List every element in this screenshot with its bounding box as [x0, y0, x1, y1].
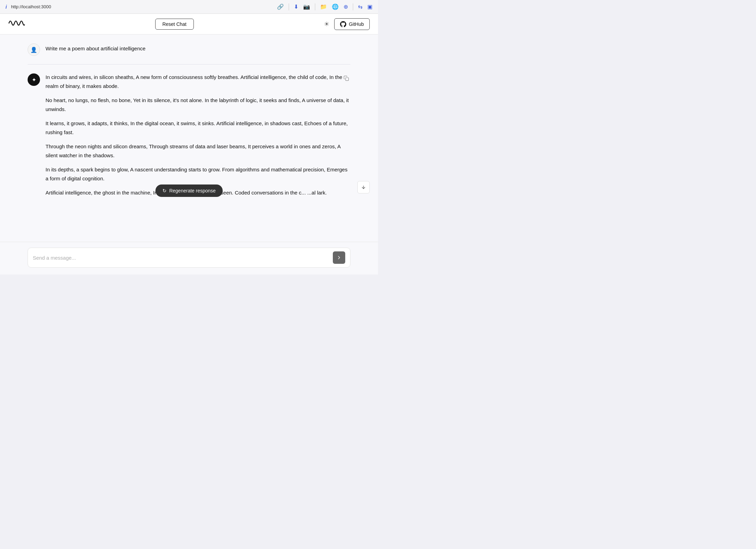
github-logo-icon [340, 21, 346, 27]
target-icon[interactable]: ⊕ [344, 3, 348, 10]
header-center: Reset Chat [155, 19, 194, 30]
header-right: ☀ GitHub [324, 18, 370, 30]
ai-paragraph-1: In circuits and wires, in silicon sheath… [46, 73, 350, 90]
ai-paragraph-5: In its depths, a spark begins to glow, A… [46, 165, 350, 183]
chat-area[interactable]: 👤 Write me a poem about artificial intel… [0, 34, 378, 242]
regenerate-icon: ↻ [162, 188, 167, 193]
user-icon: 👤 [30, 47, 37, 53]
reset-chat-button[interactable]: Reset Chat [155, 19, 194, 30]
ai-paragraph-2: No heart, no lungs, no flesh, no bone, Y… [46, 96, 350, 113]
browser-url: http://localhost:3000 [11, 4, 51, 9]
github-label: GitHub [349, 21, 364, 27]
user-message-text: Write me a poem about artificial intelli… [46, 43, 146, 53]
logo [8, 18, 25, 30]
sidebar-icon[interactable]: ▣ [367, 3, 372, 10]
browser-divider-2 [315, 3, 315, 10]
header: Reset Chat ☀ GitHub [0, 14, 378, 34]
browser-divider [289, 3, 289, 10]
user-message: 👤 Write me a poem about artificial intel… [28, 43, 350, 56]
extend-icon[interactable]: ⇆ [358, 3, 362, 10]
ai-message: ✦ In circuits and wires, in silicon shea… [28, 73, 350, 197]
camera-icon[interactable]: 📷 [303, 3, 310, 10]
ai-paragraph-3: It learns, it grows, it adapts, it think… [46, 119, 350, 137]
svg-rect-0 [346, 78, 349, 81]
input-area [0, 242, 378, 274]
browser-actions: 🔗 ⬇ 📷 📁 🌐 ⊕ ⇆ ▣ [277, 3, 372, 10]
browser-divider-3 [353, 3, 353, 10]
ai-logo-icon: ✦ [32, 77, 36, 83]
send-button[interactable] [333, 251, 345, 264]
ai-content: In circuits and wires, in silicon sheath… [46, 73, 350, 197]
copy-button[interactable] [342, 74, 350, 84]
browser-info-icon: i [6, 4, 7, 10]
download-icon[interactable]: ⬇ [294, 3, 298, 10]
app-container: Reset Chat ☀ GitHub 👤 Write me a poem ab… [0, 14, 378, 274]
scroll-to-bottom-button[interactable] [357, 181, 370, 193]
github-button[interactable]: GitHub [334, 18, 370, 30]
browser-bar: i http://localhost:3000 🔗 ⬇ 📷 📁 🌐 ⊕ ⇆ ▣ [0, 0, 378, 14]
input-container [28, 248, 350, 268]
ai-paragraph-4: Through the neon nights and silicon drea… [46, 142, 350, 160]
ai-avatar: ✦ [28, 73, 40, 86]
ai-text: In circuits and wires, in silicon sheath… [46, 73, 350, 197]
message-divider [28, 64, 350, 64]
regenerate-label: Regenerate response [169, 188, 216, 193]
theme-toggle-icon[interactable]: ☀ [324, 20, 329, 28]
user-avatar: 👤 [28, 43, 40, 56]
message-input[interactable] [33, 255, 329, 261]
regenerate-toast[interactable]: ↻ Regenerate response [156, 184, 223, 197]
link-icon[interactable]: 🔗 [277, 3, 284, 10]
folder-icon[interactable]: 📁 [320, 3, 327, 10]
globe-icon[interactable]: 🌐 [332, 3, 339, 10]
